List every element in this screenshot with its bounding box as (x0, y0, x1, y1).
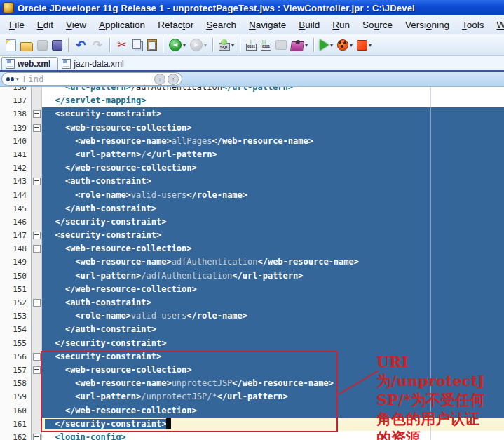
code-text[interactable]: <web-resource-name>allPages</web-resourc… (42, 135, 504, 148)
find-placeholder: Find (23, 74, 152, 84)
code-text[interactable]: <web-resource-collection> (42, 242, 504, 255)
compile-all-button[interactable] (259, 36, 273, 53)
code-text[interactable]: </auth-constraint> (42, 202, 504, 215)
code-text[interactable]: <security-constraint> (42, 350, 504, 364)
code-text[interactable]: <url-pattern>/adfAuthentication</url-pat… (42, 269, 504, 283)
code-text[interactable]: <url-pattern>/</url-pattern> (42, 148, 504, 161)
sql-worksheet-dropdown-caret-icon[interactable]: ▾ (231, 42, 234, 48)
menu-versioning[interactable]: Versioning (399, 18, 456, 32)
menu-file[interactable]: File (3, 18, 31, 32)
find-previous-icon[interactable]: ↑ (168, 74, 179, 85)
undo-button[interactable]: ↶ (73, 36, 88, 53)
make-icon (275, 40, 287, 50)
code-text[interactable]: </security-constraint> (42, 418, 504, 431)
menu-view[interactable]: View (60, 18, 93, 32)
profile-dropdown-caret-icon[interactable]: ▾ (305, 42, 308, 48)
save-all-button[interactable] (50, 36, 64, 53)
tab-web-xml[interactable]: web.xml (1, 57, 58, 70)
back-button[interactable]: ◀▾ (168, 36, 187, 53)
menu-build[interactable]: Build (292, 18, 326, 32)
profile-button[interactable]: ▾ (290, 36, 309, 53)
paste-button[interactable] (146, 36, 158, 53)
fold-collapse-icon[interactable] (33, 434, 41, 440)
code-text[interactable]: <web-resource-name>adfAuthentication</we… (42, 255, 504, 269)
back-dropdown-caret-icon[interactable]: ▾ (183, 42, 186, 48)
save-all-icon (52, 40, 62, 51)
menu-application[interactable]: Application (93, 18, 151, 32)
run-button[interactable]: ▾ (318, 36, 334, 53)
menu-window[interactable]: Window (490, 18, 504, 32)
tab-jazn-data-xml[interactable]: jazn-data.xml (58, 58, 130, 70)
run-dropdown-caret-icon[interactable]: ▾ (330, 42, 333, 48)
new-file-icon (6, 39, 16, 51)
code-text[interactable]: <web-resource-collection> (42, 121, 504, 135)
new-file-button[interactable] (4, 36, 18, 53)
code-text[interactable]: <role-name>valid-users</role-name> (42, 309, 504, 323)
line-number: 143 (0, 175, 32, 188)
code-line-152: 152 <auth-constraint> (0, 296, 504, 309)
code-line-143: 143 <auth-constraint> (0, 175, 504, 188)
code-line-149: 149 <web-resource-name>adfAuthentication… (0, 255, 504, 269)
title-bar[interactable]: Oracle JDeveloper 11g Release 1 - unprot… (0, 0, 504, 15)
code-text[interactable]: <auth-constraint> (42, 296, 504, 309)
code-text[interactable]: </security-constraint> (42, 215, 504, 229)
code-text[interactable]: <login-config> (42, 431, 504, 440)
fold-collapse-icon[interactable] (33, 299, 41, 307)
code-text[interactable]: <role-name>valid-users</role-name> (42, 189, 504, 202)
line-number: 136 (0, 87, 32, 94)
line-number: 140 (0, 135, 32, 148)
code-text[interactable]: <security-constraint> (42, 229, 504, 242)
stop-button[interactable]: ▾ (355, 36, 373, 53)
debug-dropdown-caret-icon[interactable]: ▾ (350, 42, 353, 48)
code-editor[interactable]: 136 <url-pattern>/adfAuthentication</url… (0, 87, 504, 440)
code-text[interactable]: <security-constraint> (42, 107, 504, 121)
code-text[interactable]: </security-constraint> (42, 337, 504, 350)
fold-collapse-icon[interactable] (33, 245, 41, 253)
sql-worksheet-button[interactable]: ▾ (217, 36, 236, 53)
copy-button[interactable] (131, 36, 144, 53)
stop-dropdown-caret-icon[interactable]: ▾ (369, 42, 372, 48)
code-text[interactable]: </auth-constraint> (42, 323, 504, 336)
compile-button[interactable] (245, 36, 258, 53)
code-text[interactable]: </web-resource-collection> (42, 404, 504, 418)
code-text[interactable]: </servlet-mapping> (42, 94, 504, 107)
find-next-icon[interactable]: ↓ (154, 74, 165, 85)
fold-collapse-icon[interactable] (33, 110, 41, 118)
menu-source[interactable]: Source (356, 18, 399, 32)
menu-edit[interactable]: Edit (31, 18, 60, 32)
line-number: 138 (0, 107, 32, 121)
fold-collapse-icon[interactable] (33, 232, 41, 239)
code-line-154: 154 </auth-constraint> (0, 323, 504, 336)
debug-button[interactable]: ▾ (336, 36, 354, 53)
code-text[interactable]: <url-pattern>/adfAuthentication</url-pat… (42, 87, 504, 94)
find-options-caret-icon[interactable]: ▾ (16, 76, 19, 82)
cut-button[interactable]: ✂ (114, 36, 130, 53)
code-line-155: 155 </security-constraint> (0, 337, 504, 350)
menu-tools[interactable]: Tools (456, 18, 491, 32)
menu-search[interactable]: Search (200, 18, 243, 32)
fold-gutter (32, 161, 42, 175)
fold-gutter (32, 87, 42, 94)
fold-collapse-icon[interactable] (33, 124, 41, 132)
code-text[interactable]: <auth-constraint> (42, 175, 504, 188)
fold-collapse-icon[interactable] (33, 353, 41, 361)
menu-refactor[interactable]: Refactor (151, 18, 200, 32)
fold-collapse-icon[interactable] (33, 366, 41, 374)
code-text[interactable]: <web-resource-collection> (42, 364, 504, 377)
fold-gutter (32, 390, 42, 404)
code-text[interactable]: </web-resource-collection> (42, 283, 504, 296)
fold-collapse-icon[interactable] (33, 178, 41, 185)
menu-navigate[interactable]: Navigate (243, 18, 292, 32)
open-folder-button[interactable] (19, 36, 34, 53)
fold-gutter (32, 229, 42, 242)
code-line-153: 153 <role-name>valid-users</role-name> (0, 309, 504, 323)
forward-icon: ▶ (190, 39, 203, 51)
menu-run[interactable]: Run (326, 18, 356, 32)
forward-dropdown-caret-icon[interactable]: ▾ (204, 42, 207, 48)
code-text[interactable]: <url-pattern>/unprotectJSP/*</url-patter… (42, 390, 504, 404)
window-title: Oracle JDeveloper 11g Release 1 - unprot… (18, 3, 415, 13)
code-line-161: 161 </security-constraint> (0, 418, 504, 431)
code-text[interactable]: <web-resource-name>unprotectJSP</web-res… (42, 377, 504, 390)
find-input[interactable]: ▾ Find ↓ ↑ (1, 72, 182, 86)
code-text[interactable]: </web-resource-collection> (42, 161, 504, 175)
